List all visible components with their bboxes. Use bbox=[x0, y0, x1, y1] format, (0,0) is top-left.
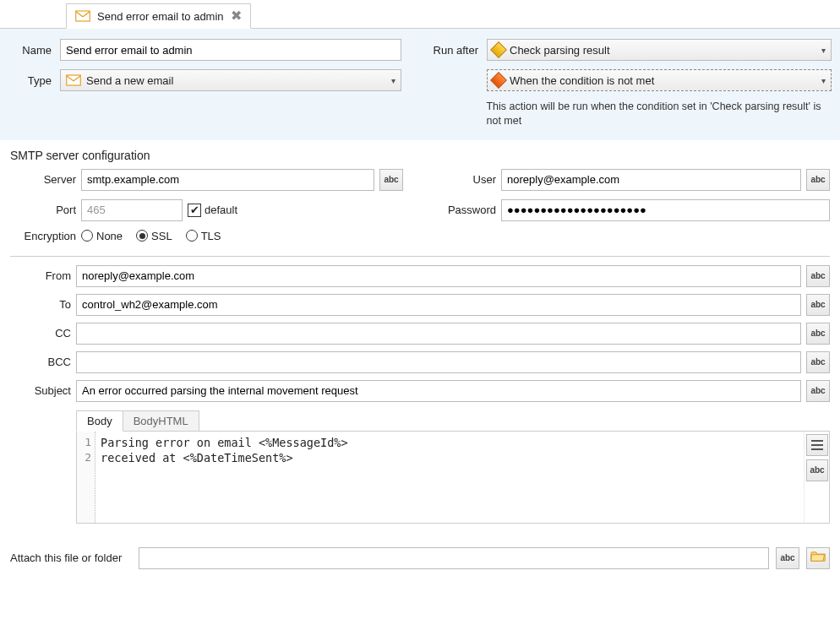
editor-menu-button[interactable] bbox=[806, 434, 828, 456]
attach-input[interactable] bbox=[139, 547, 769, 569]
abc-button[interactable]: abc bbox=[806, 169, 830, 191]
type-label: Type bbox=[8, 74, 55, 87]
bcc-input[interactable] bbox=[76, 351, 801, 373]
abc-button[interactable]: abc bbox=[806, 351, 830, 373]
chevron-down-icon: ▾ bbox=[821, 46, 826, 55]
smtp-title: SMTP server configuration bbox=[10, 149, 830, 162]
cc-input[interactable] bbox=[76, 323, 801, 345]
attach-label: Attach this file or folder bbox=[10, 551, 128, 564]
editor-gutter: 1 2 bbox=[77, 432, 95, 523]
condition-not-met-icon bbox=[490, 72, 507, 89]
default-checkbox[interactable]: ✔ default bbox=[188, 204, 237, 217]
attach-row: Attach this file or folder abc bbox=[0, 532, 840, 579]
cc-label: CC bbox=[10, 327, 71, 340]
chevron-down-icon: ▾ bbox=[821, 76, 826, 85]
condition-value: When the condition is not met bbox=[510, 74, 654, 87]
abc-button[interactable]: abc bbox=[806, 294, 830, 316]
tab-bar: Send error email to admin ✖ bbox=[0, 3, 840, 29]
svg-rect-1 bbox=[67, 75, 81, 85]
tab-title: Send error email to admin bbox=[97, 10, 224, 23]
mail-icon bbox=[75, 10, 90, 22]
server-input[interactable] bbox=[81, 169, 374, 191]
condition-dropdown[interactable]: When the condition is not met ▾ bbox=[487, 69, 832, 91]
type-dropdown[interactable]: Send a new email ▾ bbox=[60, 69, 401, 91]
chevron-down-icon: ▾ bbox=[391, 76, 395, 85]
browse-folder-button[interactable] bbox=[806, 547, 830, 569]
encryption-tls[interactable]: TLS bbox=[186, 230, 221, 242]
folder-icon bbox=[810, 551, 826, 565]
smtp-section: SMTP server configuration Server abc Por… bbox=[0, 140, 840, 251]
port-label: Port bbox=[10, 204, 76, 216]
port-input[interactable] bbox=[81, 199, 183, 221]
tab-send-error-email[interactable]: Send error email to admin ✖ bbox=[66, 3, 251, 29]
abc-button[interactable]: abc bbox=[806, 265, 830, 287]
svg-rect-0 bbox=[76, 11, 90, 21]
encryption-label: Encryption bbox=[10, 230, 76, 242]
body-editor[interactable]: Parsing error on email <%MessageId%> rec… bbox=[95, 432, 804, 523]
name-input[interactable] bbox=[60, 39, 401, 61]
subject-input[interactable] bbox=[76, 380, 801, 402]
encryption-none[interactable]: None bbox=[81, 230, 123, 242]
abc-button[interactable]: abc bbox=[806, 323, 830, 345]
name-label: Name bbox=[8, 44, 55, 57]
from-label: From bbox=[10, 269, 71, 282]
body-area: Body BodyHTML 1 2 Parsing error on email… bbox=[76, 410, 830, 524]
user-label: User bbox=[437, 173, 496, 186]
abc-button[interactable]: abc bbox=[806, 459, 828, 481]
abc-button[interactable]: abc bbox=[379, 169, 403, 191]
to-input[interactable] bbox=[76, 294, 801, 316]
hamburger-icon bbox=[811, 440, 823, 450]
run-after-dropdown[interactable]: Check parsing result ▾ bbox=[487, 39, 832, 61]
bcc-label: BCC bbox=[10, 356, 71, 368]
email-fields: From abc To abc CC abc BCC abc Subject a… bbox=[0, 257, 840, 532]
abc-button[interactable]: abc bbox=[806, 380, 830, 402]
condition-icon bbox=[490, 41, 507, 58]
tab-body-html[interactable]: BodyHTML bbox=[123, 410, 199, 432]
encryption-ssl[interactable]: SSL bbox=[136, 230, 172, 242]
top-config-area: Name Type Send a new email ▾ Run after bbox=[0, 29, 840, 140]
run-after-label: Run after bbox=[427, 44, 482, 57]
run-after-value: Check parsing result bbox=[510, 44, 610, 57]
server-label: Server bbox=[10, 173, 76, 186]
from-input[interactable] bbox=[76, 265, 801, 287]
password-input[interactable] bbox=[501, 199, 830, 221]
type-value: Send a new email bbox=[86, 74, 173, 87]
to-label: To bbox=[10, 298, 71, 311]
subject-label: Subject bbox=[10, 384, 71, 397]
close-icon[interactable]: ✖ bbox=[231, 9, 242, 23]
default-label: default bbox=[205, 204, 237, 216]
password-label: Password bbox=[437, 204, 496, 216]
abc-button[interactable]: abc bbox=[776, 547, 799, 569]
mail-icon bbox=[66, 74, 81, 86]
condition-hint: This action will be run when the conditi… bbox=[483, 100, 832, 128]
tab-body[interactable]: Body bbox=[76, 410, 123, 432]
user-input[interactable] bbox=[501, 169, 801, 191]
